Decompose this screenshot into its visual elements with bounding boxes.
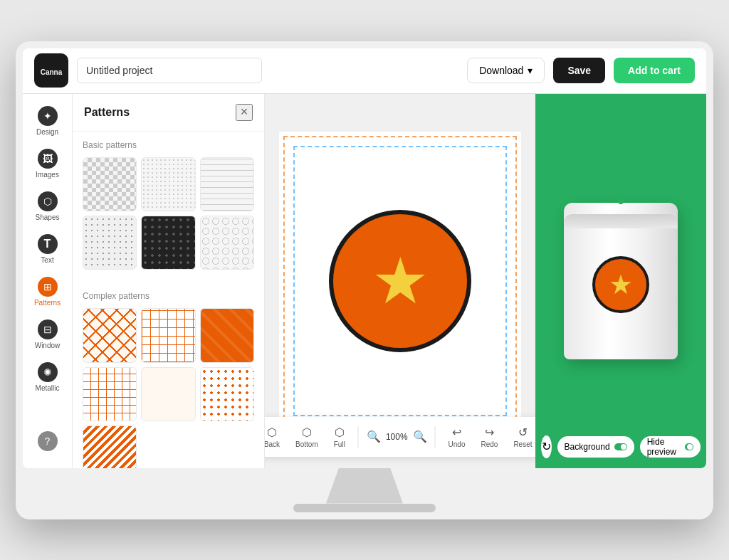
view-full-button[interactable]: ⬡ Full bbox=[328, 423, 351, 451]
patterns-icon: ⊞ bbox=[38, 277, 58, 297]
circle-design-element[interactable]: ★ bbox=[329, 210, 471, 352]
pattern-squares-orange[interactable] bbox=[83, 367, 137, 421]
undo-icon: ↩ bbox=[452, 426, 461, 439]
refresh-button[interactable]: ↻ bbox=[541, 435, 552, 458]
zoom-level: 100% bbox=[386, 432, 408, 442]
monitor-stand bbox=[322, 468, 407, 504]
full-label: Full bbox=[334, 440, 345, 448]
canvas-toolbar: ⬡ Front ⬡ Back ⬡ Bottom ⬡ Full bbox=[265, 417, 535, 457]
zoom-out-button[interactable]: 🔍 bbox=[366, 429, 382, 445]
reset-label: Reset bbox=[513, 440, 532, 448]
design-icon: ✦ bbox=[38, 106, 58, 126]
canvas-content: ★ bbox=[279, 132, 521, 430]
zoom-in-button[interactable]: 🔍 bbox=[412, 429, 428, 445]
app-logo: Canna bbox=[34, 53, 68, 88]
pattern-dots-dark[interactable] bbox=[141, 216, 195, 270]
sidebar-label-window: Window bbox=[35, 342, 61, 349]
panel-close-button[interactable]: × bbox=[236, 104, 253, 121]
product-bag: ★ bbox=[564, 203, 678, 359]
pattern-checker[interactable] bbox=[83, 157, 137, 211]
refresh-icon: ↻ bbox=[542, 440, 551, 453]
preview-controls: ↻ Background Hide preview bbox=[541, 435, 701, 458]
images-icon: 🖼 bbox=[38, 149, 58, 169]
toggle-switch-preview[interactable] bbox=[685, 443, 693, 450]
redo-button[interactable]: ↪ Redo bbox=[475, 423, 503, 451]
sidebar-item-window[interactable]: ⊟ Window bbox=[26, 315, 69, 354]
reset-icon: ↺ bbox=[518, 426, 528, 439]
background-toggle[interactable]: Background bbox=[557, 436, 634, 458]
zoom-out-icon: 🔍 bbox=[367, 430, 381, 443]
topbar: Canna Download ▾ Save Add to cart bbox=[23, 48, 706, 94]
complex-patterns-grid bbox=[83, 308, 254, 467]
back-label: Back bbox=[265, 440, 280, 448]
complex-patterns-label: Complex patterns bbox=[83, 291, 254, 301]
bag-top-hole bbox=[618, 199, 624, 204]
left-sidebar: ✦ Design 🖼 Images ⬡ Shapes T Text ⊞ P bbox=[23, 94, 73, 468]
sidebar-item-text[interactable]: T Text bbox=[26, 229, 69, 269]
project-title-input[interactable] bbox=[77, 58, 262, 83]
sidebar-label-text: Text bbox=[41, 256, 53, 264]
bag-container: ★ bbox=[557, 196, 685, 366]
panel-header: Patterns × bbox=[73, 94, 264, 132]
redo-icon: ↪ bbox=[485, 426, 494, 439]
bottom-icon: ⬡ bbox=[302, 426, 312, 439]
pattern-cross[interactable] bbox=[200, 367, 254, 421]
star-icon: ★ bbox=[372, 249, 429, 313]
undo-button[interactable]: ↩ Undo bbox=[443, 423, 471, 451]
toolbar-divider-2 bbox=[435, 426, 436, 448]
logo-icon: Canna bbox=[37, 56, 65, 85]
sidebar-label-design: Design bbox=[36, 128, 58, 136]
monitor-base bbox=[293, 504, 436, 512]
add-to-cart-button[interactable]: Add to cart bbox=[614, 58, 695, 83]
sidebar-item-metallic[interactable]: ✺ Metallic bbox=[26, 357, 69, 397]
basic-patterns-grid bbox=[83, 157, 254, 270]
toolbar-divider-1 bbox=[358, 426, 359, 448]
metallic-icon: ✺ bbox=[38, 362, 58, 382]
save-button[interactable]: Save bbox=[553, 58, 605, 83]
sidebar-label-shapes: Shapes bbox=[36, 213, 60, 221]
sidebar-item-patterns[interactable]: ⊞ Patterns bbox=[26, 272, 69, 312]
basic-patterns-section: Basic patterns bbox=[73, 132, 264, 283]
help-icon: ? bbox=[38, 431, 58, 451]
pattern-zigzag[interactable] bbox=[141, 367, 195, 421]
canvas-wrapper: ★ bbox=[279, 132, 521, 430]
pattern-complex-solid-orange[interactable] bbox=[200, 308, 254, 362]
back-icon: ⬡ bbox=[267, 426, 277, 439]
hide-preview-label: Hide preview bbox=[647, 437, 681, 457]
reset-button[interactable]: ↺ Reset bbox=[508, 423, 535, 451]
sidebar-label-patterns: Patterns bbox=[34, 299, 61, 307]
preview-panel: ★ ↻ Background Hide preview bbox=[535, 94, 706, 468]
pattern-complex-grid-orange[interactable] bbox=[141, 308, 195, 362]
svg-text:Canna: Canna bbox=[41, 68, 63, 76]
main-area: ✦ Design 🖼 Images ⬡ Shapes T Text ⊞ P bbox=[23, 94, 706, 468]
bottom-label: Bottom bbox=[295, 440, 318, 448]
hide-preview-button[interactable]: Hide preview bbox=[640, 436, 701, 458]
sidebar-item-help[interactable]: ? bbox=[26, 421, 69, 461]
sidebar-item-design[interactable]: ✦ Design bbox=[26, 101, 69, 141]
view-bottom-button[interactable]: ⬡ Bottom bbox=[290, 423, 324, 451]
pattern-wave-orange[interactable] bbox=[83, 426, 137, 468]
pattern-lines[interactable] bbox=[200, 157, 254, 211]
sidebar-item-shapes[interactable]: ⬡ Shapes bbox=[26, 186, 69, 226]
full-icon: ⬡ bbox=[335, 426, 345, 439]
zoom-controls: 🔍 100% 🔍 bbox=[366, 429, 428, 445]
complex-patterns-section: Complex patterns bbox=[73, 282, 264, 467]
sidebar-item-images[interactable]: 🖼 Images bbox=[26, 144, 69, 184]
bag-logo-circle: ★ bbox=[592, 256, 649, 313]
bag-seal bbox=[564, 214, 678, 228]
window-icon: ⊟ bbox=[38, 319, 58, 339]
pattern-dots-scattered[interactable] bbox=[83, 216, 137, 270]
toggle-switch-background[interactable] bbox=[614, 443, 627, 450]
view-back-button[interactable]: ⬡ Back bbox=[265, 423, 285, 451]
canvas-background[interactable]: ★ bbox=[279, 132, 521, 430]
pattern-complex-orange[interactable] bbox=[83, 308, 137, 362]
undo-label: Undo bbox=[449, 440, 466, 448]
download-button[interactable]: Download ▾ bbox=[467, 58, 545, 83]
sidebar-label-metallic: Metallic bbox=[36, 384, 60, 392]
basic-patterns-label: Basic patterns bbox=[83, 140, 254, 150]
redo-label: Redo bbox=[481, 440, 498, 448]
pattern-circles[interactable] bbox=[200, 216, 254, 270]
pattern-dots-light[interactable] bbox=[141, 157, 195, 211]
sidebar-label-images: Images bbox=[36, 171, 59, 179]
shapes-icon: ⬡ bbox=[38, 191, 58, 211]
